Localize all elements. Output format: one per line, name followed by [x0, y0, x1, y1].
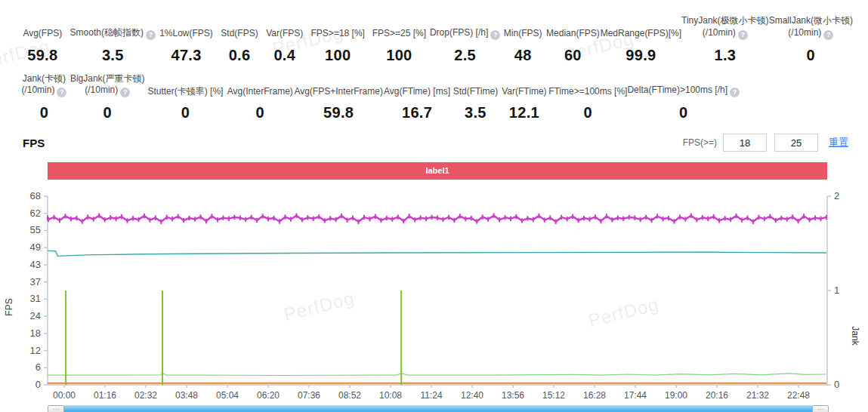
- grip-icon: ⋯: [817, 407, 823, 412]
- metric-label: SmallJank(微小卡顿)(/10min): [769, 15, 853, 40]
- metric-value: 99.9: [626, 47, 656, 64]
- metric-cell: MedRange(FPS)[%]99.9: [601, 17, 681, 64]
- svg-text:24: 24: [30, 310, 41, 321]
- metric-value: 0: [807, 47, 815, 64]
- metric-cell: Avg(FPS+InterFrame)59.8: [294, 75, 382, 121]
- metric-label: Stutter(卡顿率) [%]: [147, 75, 223, 97]
- svg-text:31: 31: [30, 294, 41, 305]
- svg-text:07:36: 07:36: [298, 390, 320, 401]
- help-icon[interactable]: [738, 30, 748, 40]
- metric-value: 0: [256, 104, 264, 121]
- chart-container: 061218243137434955626801200:0001:1602:32…: [0, 181, 868, 404]
- metric-label: BigJank(严重卡顿)(/10min): [70, 73, 145, 98]
- svg-text:02:32: 02:32: [134, 390, 157, 401]
- svg-text:13:56: 13:56: [502, 390, 524, 401]
- svg-text:19:00: 19:00: [665, 390, 687, 401]
- timeline-scrollbar[interactable]: ⋯ ⋯: [48, 405, 829, 412]
- help-icon[interactable]: [57, 88, 66, 97]
- metric-label: Drop(FPS) [/h]: [430, 17, 500, 40]
- scrollbar-left-handle[interactable]: ⋯: [48, 405, 64, 412]
- metric-value: 100: [325, 47, 351, 64]
- svg-text:05:04: 05:04: [216, 390, 239, 401]
- svg-text:37: 37: [30, 276, 41, 287]
- metric-cell: Avg(FPS)59.8: [15, 17, 70, 64]
- svg-text:0: 0: [834, 379, 839, 390]
- metric-label: Min(FPS): [504, 17, 542, 40]
- svg-text:21:32: 21:32: [746, 390, 769, 401]
- metric-cell: Min(FPS)48: [500, 17, 545, 64]
- svg-text:11:24: 11:24: [420, 390, 442, 401]
- metric-cell: Smooth(稳帧指数)3.5: [70, 17, 156, 64]
- scrollbar-track[interactable]: [64, 405, 812, 412]
- metric-cell: 1%Low(FPS)47.3: [156, 17, 217, 64]
- metric-value: 3.5: [102, 47, 124, 64]
- help-icon[interactable]: [730, 88, 740, 97]
- metric-value: 0.6: [229, 47, 251, 64]
- metric-cell: Std(FTime)3.5: [451, 75, 499, 121]
- svg-text:01:16: 01:16: [94, 390, 116, 401]
- svg-text:6: 6: [36, 361, 41, 373]
- metric-label: Avg(InterFrame): [227, 75, 293, 97]
- svg-text:17:44: 17:44: [624, 390, 647, 401]
- metric-label: Jank(卡顿)(/10min): [21, 73, 66, 98]
- metric-value: 0: [40, 104, 48, 121]
- series-label-banner[interactable]: label1: [48, 162, 827, 180]
- metric-value: 59.8: [27, 47, 57, 64]
- metric-value: 100: [386, 47, 412, 64]
- metric-cell: Avg(FTime) [ms]16.7: [383, 75, 451, 121]
- metric-value: 48: [514, 47, 532, 64]
- metric-label: FTime>=100ms [%]: [548, 75, 627, 97]
- svg-text:12: 12: [30, 345, 41, 356]
- metric-label: Std(FPS): [221, 17, 258, 40]
- help-icon[interactable]: [146, 30, 156, 40]
- metric-cell: Drop(FPS) [/h]2.5: [430, 17, 500, 64]
- fps-section-header: FPS FPS(>=) 重置: [0, 121, 868, 152]
- metric-value: 59.8: [323, 104, 354, 121]
- fps-max-input[interactable]: [774, 134, 818, 152]
- metric-label: FPS>=25 [%]: [372, 17, 426, 40]
- fps-filter-controls: FPS(>=) 重置: [683, 134, 848, 152]
- metric-value: 0.4: [273, 47, 295, 64]
- metric-cell: FPS>=18 [%]100: [307, 17, 369, 64]
- svg-text:FPS: FPS: [4, 299, 14, 316]
- metric-value: 0: [103, 104, 112, 121]
- metric-cell: Std(FPS)0.6: [217, 17, 262, 64]
- svg-text:16:28: 16:28: [583, 390, 606, 401]
- metric-value: 0: [584, 104, 592, 121]
- svg-text:08:52: 08:52: [338, 390, 361, 401]
- svg-text:00:00: 00:00: [53, 390, 76, 401]
- fps-min-input[interactable]: [723, 134, 767, 152]
- metric-label: TinyJank(极微小卡顿)(/10min): [681, 15, 769, 40]
- svg-text:12:40: 12:40: [461, 390, 483, 401]
- metric-value: 16.7: [402, 104, 432, 121]
- reset-link[interactable]: 重置: [829, 136, 848, 149]
- metric-value: 3.5: [465, 104, 487, 121]
- svg-text:43: 43: [30, 259, 41, 270]
- help-icon[interactable]: [490, 30, 500, 40]
- svg-text:06:20: 06:20: [257, 390, 280, 401]
- grip-icon: ⋯: [53, 407, 59, 412]
- metric-cell: Delta(FTime)>100ms [/h]0: [627, 75, 740, 121]
- svg-text:2: 2: [834, 190, 839, 201]
- svg-text:49: 49: [30, 241, 41, 253]
- metric-label: Var(FTime): [502, 75, 546, 97]
- metric-label: Delta(FTime)>100ms [/h]: [627, 75, 740, 97]
- fps-filter-label: FPS(>=): [683, 137, 717, 148]
- svg-text:68: 68: [30, 190, 41, 201]
- metric-cell: SmallJank(微小卡顿)(/10min)0: [769, 15, 853, 64]
- svg-text:55: 55: [30, 225, 41, 236]
- metric-cell: BigJank(严重卡顿)(/10min)0: [70, 73, 145, 122]
- help-icon[interactable]: [120, 88, 130, 97]
- svg-text:03:48: 03:48: [175, 390, 198, 401]
- metric-cell: FTime>=100ms [%]0: [548, 75, 627, 121]
- metric-cell: Var(FTime)12.1: [500, 75, 548, 121]
- metric-label: MedRange(FPS)[%]: [601, 17, 681, 40]
- metric-value: 47.3: [171, 47, 201, 64]
- scrollbar-right-handle[interactable]: ⋯: [812, 405, 829, 412]
- svg-text:20:16: 20:16: [706, 390, 728, 401]
- metric-cell: Median(FPS)60: [545, 17, 601, 64]
- metric-cell: FPS>=25 [%]100: [369, 17, 430, 64]
- help-icon[interactable]: [823, 30, 833, 40]
- fps-jank-chart[interactable]: 061218243137434955626801200:0001:1602:32…: [0, 181, 868, 401]
- metric-label: Avg(FPS): [23, 17, 62, 40]
